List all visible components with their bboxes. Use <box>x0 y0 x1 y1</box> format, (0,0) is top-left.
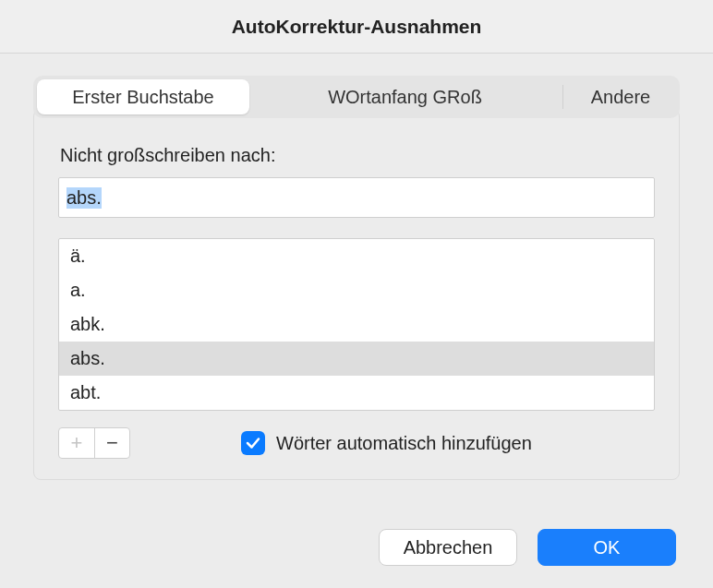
tab-label: Erster Buchstabe <box>72 87 213 108</box>
remove-button[interactable]: − <box>94 428 129 458</box>
list-item-text: ä. <box>70 246 86 267</box>
dialog-footer: Abbrechen OK <box>0 516 713 588</box>
cancel-button[interactable]: Abbrechen <box>379 529 517 566</box>
ok-button-label: OK <box>594 537 621 558</box>
dialog-window: AutoKorrektur-Ausnahmen Erster Buchstabe… <box>0 0 713 588</box>
cancel-button-label: Abbrechen <box>404 537 493 558</box>
field-label: Nicht großschreiben nach: <box>60 145 655 166</box>
list-item-text: a. <box>70 280 86 301</box>
list-item[interactable]: abt. <box>59 376 654 410</box>
exception-input-value: abs. <box>66 187 102 209</box>
tab-separator <box>562 85 563 109</box>
add-button[interactable]: + <box>59 428 94 458</box>
add-remove-group: + − <box>58 427 130 459</box>
tab-wortanfang-gross[interactable]: WOrtanfang GRoß <box>249 79 561 114</box>
auto-add-checkbox-label: Wörter automatisch hinzufügen <box>276 433 532 454</box>
list-item[interactable]: abs. <box>59 342 654 376</box>
tab-erster-buchstabe[interactable]: Erster Buchstabe <box>37 79 249 114</box>
auto-add-checkbox-row[interactable]: Wörter automatisch hinzufügen <box>241 431 532 455</box>
list-item[interactable]: ä. <box>59 239 654 273</box>
list-item[interactable]: abk. <box>59 307 654 342</box>
minus-icon: − <box>106 433 118 453</box>
auto-add-checkbox[interactable] <box>241 431 265 455</box>
dialog-content: Erster Buchstabe WOrtanfang GRoß Andere … <box>0 54 713 516</box>
exception-list[interactable]: ä. a. abk. abs. abt. <box>58 238 655 411</box>
tab-andere[interactable]: Andere <box>565 79 676 114</box>
list-controls-row: + − Wörter automatisch hinzufügen <box>58 427 655 459</box>
window-title: AutoKorrektur-Ausnahmen <box>0 0 713 54</box>
list-item[interactable]: a. <box>59 273 654 307</box>
list-item-text: abs. <box>70 348 105 369</box>
tab-panel: Nicht großschreiben nach: abs. ä. a. abk… <box>33 109 680 480</box>
list-item-text: abk. <box>70 314 105 335</box>
exception-input[interactable]: abs. <box>58 177 655 218</box>
ok-button[interactable]: OK <box>538 529 676 566</box>
window-title-text: AutoKorrektur-Ausnahmen <box>232 16 482 38</box>
checkmark-icon <box>245 435 261 451</box>
tab-label: Andere <box>591 87 651 108</box>
tab-bar: Erster Buchstabe WOrtanfang GRoß Andere <box>33 76 680 118</box>
list-item-text: abt. <box>70 382 101 403</box>
plus-icon: + <box>71 433 83 453</box>
tab-label: WOrtanfang GRoß <box>328 87 482 108</box>
